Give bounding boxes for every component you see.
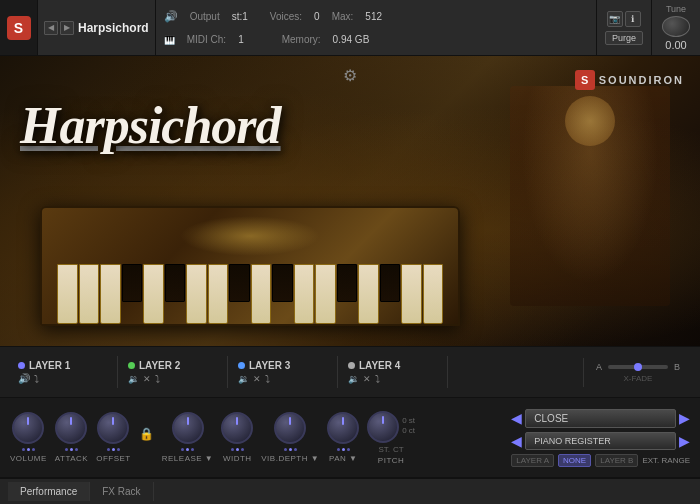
stereo-st: ST. bbox=[378, 445, 390, 454]
bkey bbox=[229, 264, 250, 302]
kdot bbox=[117, 448, 120, 451]
layer-4-arrow-icon[interactable]: ⤵ bbox=[375, 373, 380, 384]
pan-label: PAN ▼ bbox=[329, 454, 358, 463]
layer-2-x[interactable]: ✕ bbox=[143, 374, 151, 384]
tune-label: Tune bbox=[666, 4, 686, 14]
volume-label: VOLUME bbox=[10, 454, 47, 463]
kdot bbox=[284, 448, 287, 451]
next-arrow-icon[interactable]: ▶ bbox=[679, 410, 690, 426]
top-bar-info: 🔊 Output st:1 Voices: 0 Max: 512 🎹 MIDI … bbox=[156, 0, 596, 55]
wkey bbox=[315, 264, 336, 324]
layer-1-controls: 🔊 ⤵ bbox=[18, 373, 107, 384]
nav-next[interactable]: ▶ bbox=[60, 21, 74, 35]
layer-4-volume-icon[interactable]: 🔉 bbox=[348, 374, 359, 384]
kdot-active bbox=[289, 448, 292, 451]
release-knob[interactable] bbox=[172, 412, 204, 444]
main-image: ⚙ S SOUNDIRON Harpsichord bbox=[0, 56, 700, 346]
pan-knob[interactable] bbox=[327, 412, 359, 444]
tune-value: 0.00 bbox=[665, 39, 686, 51]
vibdepth-label: VIB.DEPTH ▼ bbox=[261, 454, 319, 463]
camera-icon[interactable]: 📷 bbox=[607, 11, 623, 27]
piano-register-button[interactable]: PIANO REGISTER bbox=[525, 432, 676, 450]
pitch-cents: 0 ct bbox=[402, 426, 415, 435]
purge-button[interactable]: Purge bbox=[605, 31, 643, 45]
right-controls: ◀ CLOSE ▶ ◀ PIANO REGISTER ▶ LAYER A NON… bbox=[511, 409, 690, 467]
prev-arrow-icon[interactable]: ◀ bbox=[511, 410, 522, 426]
piano-register-row: ◀ PIANO REGISTER ▶ bbox=[511, 432, 690, 450]
layer-3-volume-icon[interactable]: 🔉 bbox=[238, 374, 249, 384]
kdot-active bbox=[27, 448, 30, 451]
layer-1-dot bbox=[18, 362, 25, 369]
bottom-bar: Performance FX Rack bbox=[0, 478, 700, 504]
wkey bbox=[294, 264, 315, 324]
wkey bbox=[57, 264, 78, 324]
layer-2-volume-icon[interactable]: 🔉 bbox=[128, 374, 139, 384]
layer-1-name-row: LAYER 1 bbox=[18, 360, 107, 371]
volume-knob[interactable] bbox=[12, 412, 44, 444]
logo-icon: S bbox=[7, 16, 31, 40]
close-button[interactable]: CLOSE bbox=[525, 409, 676, 428]
top-row-1: 🔊 Output st:1 Voices: 0 Max: 512 bbox=[164, 10, 588, 23]
layer-3-dot bbox=[238, 362, 245, 369]
piano-prev-icon[interactable]: ◀ bbox=[511, 433, 522, 449]
piano-next-icon[interactable]: ▶ bbox=[679, 433, 690, 449]
layer-3-x[interactable]: ✕ bbox=[253, 374, 261, 384]
brand-logo: S SOUNDIRON bbox=[575, 70, 684, 90]
top-bar-right: 📷 ℹ Purge bbox=[596, 0, 651, 55]
layer-2-arrow-icon[interactable]: ⤵ bbox=[155, 373, 160, 384]
lock-area: 🔒 bbox=[139, 427, 154, 449]
layer-4-x[interactable]: ✕ bbox=[363, 374, 371, 384]
layer-3-name: LAYER 3 bbox=[249, 360, 290, 371]
layer-1-name: LAYER 1 bbox=[29, 360, 70, 371]
bkey bbox=[272, 264, 293, 302]
kdot bbox=[181, 448, 184, 451]
lock-icon[interactable]: 🔒 bbox=[139, 427, 154, 441]
none-btn[interactable]: NONE bbox=[558, 454, 591, 467]
vibdepth-knob[interactable] bbox=[274, 412, 306, 444]
layer-2-controls: 🔉 ✕ ⤵ bbox=[128, 373, 217, 384]
width-dots bbox=[231, 448, 244, 451]
layer-1-arrow-icon[interactable]: ⤵ bbox=[34, 373, 39, 384]
layer-3-section: LAYER 3 🔉 ✕ ⤵ bbox=[228, 356, 338, 388]
kdot bbox=[294, 448, 297, 451]
wkey bbox=[358, 264, 379, 324]
layer-a-btn[interactable]: LAYER A bbox=[511, 454, 554, 467]
layer-b-btn[interactable]: LAYER B bbox=[595, 454, 638, 467]
kdot bbox=[65, 448, 68, 451]
layer-3-arrow-icon[interactable]: ⤵ bbox=[265, 373, 270, 384]
layer-1-volume-icon[interactable]: 🔊 bbox=[18, 373, 30, 384]
pitch-semitone: 0 st bbox=[402, 416, 415, 425]
voices-value: 0 bbox=[314, 11, 320, 22]
width-knob[interactable] bbox=[221, 412, 253, 444]
wkey bbox=[401, 264, 422, 324]
offset-knob[interactable] bbox=[97, 412, 129, 444]
tune-knob[interactable] bbox=[662, 16, 690, 37]
xfade-slider[interactable] bbox=[608, 365, 668, 369]
midi-icon: 🎹 bbox=[164, 35, 175, 45]
brand-logo-icon: S bbox=[575, 70, 595, 90]
attack-knob[interactable] bbox=[55, 412, 87, 444]
wkey bbox=[79, 264, 100, 324]
pitch-display: 0 st 0 ct bbox=[402, 416, 415, 435]
pitch-label: PITCH bbox=[378, 456, 405, 465]
voices-label: Voices: bbox=[270, 11, 302, 22]
nav-prev[interactable]: ◀ bbox=[44, 21, 58, 35]
ornament bbox=[180, 216, 320, 256]
settings-icon[interactable]: ⚙ bbox=[343, 66, 357, 85]
kdot bbox=[22, 448, 25, 451]
ext-range-button[interactable]: EXT. RANGE bbox=[642, 456, 690, 465]
instrument-title: Harpsichord bbox=[78, 21, 149, 35]
tab-performance[interactable]: Performance bbox=[8, 482, 90, 501]
tab-fx-rack[interactable]: FX Rack bbox=[90, 482, 153, 501]
volume-dots bbox=[22, 448, 35, 451]
pan-dots bbox=[337, 448, 350, 451]
app-logo: S bbox=[0, 0, 38, 55]
volume-knob-group: VOLUME bbox=[10, 412, 47, 463]
pitch-knob-row: 0 st 0 ct bbox=[367, 411, 415, 443]
layer-4-dot bbox=[348, 362, 355, 369]
kdot-active bbox=[236, 448, 239, 451]
layer-3-controls: 🔉 ✕ ⤵ bbox=[238, 373, 327, 384]
offset-knob-group: OFFSET bbox=[96, 412, 131, 463]
pitch-knob[interactable] bbox=[367, 411, 399, 443]
info-icon[interactable]: ℹ bbox=[625, 11, 641, 27]
